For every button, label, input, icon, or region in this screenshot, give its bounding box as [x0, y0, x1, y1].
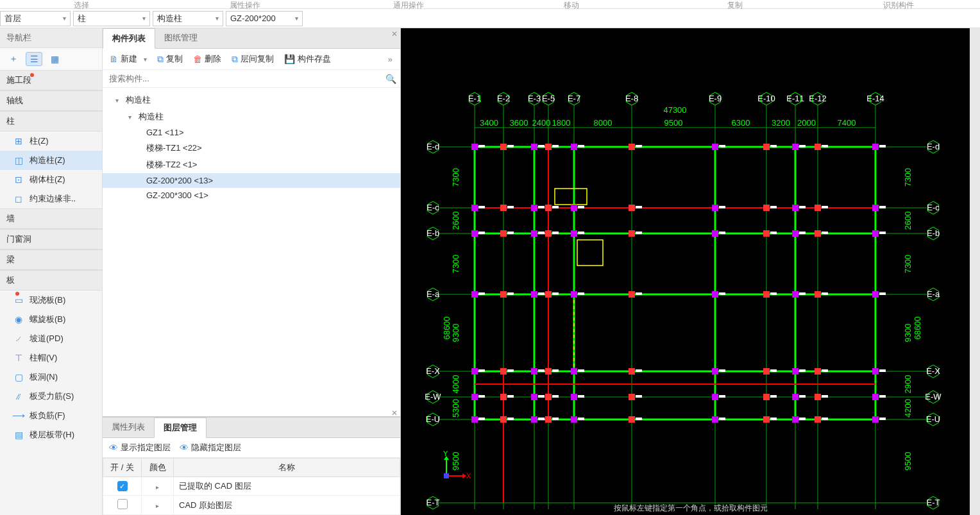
slab-icon: ⟶ [13, 410, 24, 421]
caret-right-icon[interactable]: ▸ [156, 502, 159, 509]
tree-group[interactable]: ▾构造柱 [103, 108, 400, 125]
more-button[interactable]: » [384, 53, 396, 65]
svg-rect-163 [471, 230, 478, 237]
menu-item[interactable]: 移动 [490, 0, 654, 8]
type-dropdown[interactable]: 构造柱▾ [153, 11, 223, 26]
svg-rect-206 [879, 292, 886, 295]
svg-rect-161 [872, 205, 879, 211]
cat-construction[interactable]: 施工段 [0, 70, 102, 90]
tab-attributes[interactable]: 属性列表 [103, 418, 154, 437]
component-tabs: 构件列表 图纸管理 ✕ [103, 28, 400, 49]
sidebar-item-slab[interactable]: ⟋坡道(PD) [0, 329, 102, 348]
checkbox[interactable]: ✓ [117, 481, 128, 491]
cat-opening[interactable]: 门窗洞 [0, 229, 102, 249]
sidebar-item-slab[interactable]: ▭现浇板(B) [0, 291, 102, 310]
svg-text:E-10: E-10 [757, 94, 775, 103]
svg-text:9500: 9500 [664, 118, 683, 128]
svg-rect-172 [578, 232, 584, 234]
save-icon: 💾 [284, 54, 295, 64]
list-view-button[interactable]: ☰ [26, 52, 42, 66]
svg-rect-205 [872, 291, 879, 298]
svg-rect-219 [712, 368, 718, 375]
delete-button[interactable]: 🗑删除 [190, 51, 224, 67]
svg-rect-146 [538, 206, 545, 208]
cat-slab[interactable]: 板 [0, 270, 102, 291]
tab-drawing-manage[interactable]: 图纸管理 [155, 28, 207, 48]
menu-item[interactable]: 属性操作 [164, 0, 327, 8]
cat-beam[interactable]: 梁 [0, 249, 102, 270]
svg-rect-240 [636, 395, 642, 398]
svg-rect-192 [552, 292, 559, 295]
cad-viewport[interactable]: E-1E-2E-3E-5E-7E-8E-9E-10E-11E-12E-14473… [401, 28, 980, 515]
menu-item[interactable]: 选择 [0, 0, 164, 8]
menu-item[interactable]: 识别构件 [816, 0, 980, 8]
tab-component-list[interactable]: 构件列表 [103, 28, 155, 49]
svg-rect-151 [629, 205, 635, 211]
sidebar-item-column[interactable]: ⊡砌体柱(Z) [0, 170, 102, 189]
svg-rect-225 [815, 368, 821, 375]
layer-row[interactable]: ▸CAD 原始图层 [103, 496, 400, 515]
sidebar-item-slab[interactable]: ⫽板受力筋(S) [0, 387, 102, 406]
tree-item[interactable]: 楼梯-TZ2 <1> [103, 156, 400, 173]
svg-rect-147 [545, 205, 552, 211]
layer-row[interactable]: ✓▸已提取的 CAD 图层 [103, 477, 400, 496]
svg-text:9500: 9500 [903, 452, 913, 471]
tab-layers[interactable]: 图层管理 [154, 418, 207, 438]
sidebar-item-label: 螺旋板(B) [30, 314, 96, 325]
menu-item[interactable]: 复制 [654, 0, 817, 8]
tree-item[interactable]: GZ1 <11> [103, 125, 400, 140]
menu-item[interactable]: 通用操作 [326, 0, 490, 8]
svg-rect-145 [531, 205, 537, 211]
svg-rect-164 [478, 232, 485, 234]
nav-sidebar: 导航栏 ＋ ☰ ▦ 施工段 轴线 柱 ⊞柱(Z)◫构造柱(Z)⊡砌体柱(Z)◻约… [0, 28, 103, 515]
svg-rect-224 [799, 369, 806, 372]
svg-text:68600: 68600 [913, 316, 922, 339]
vertical-scrollbar[interactable] [970, 28, 980, 515]
svg-text:E-8: E-8 [625, 94, 638, 103]
search-icon[interactable]: 🔍 [385, 74, 396, 84]
svg-text:E-b: E-b [927, 228, 940, 238]
close-icon[interactable]: ✕ [391, 30, 398, 38]
sidebar-item-column[interactable]: ◫构造柱(Z) [0, 151, 102, 170]
add-view-button[interactable]: ＋ [5, 52, 22, 66]
tree-item[interactable]: 楼梯-TZ1 <22> [103, 140, 400, 156]
sidebar-item-slab[interactable]: ▤楼层板带(H) [0, 425, 102, 444]
svg-rect-175 [712, 230, 718, 237]
grid-view-button[interactable]: ▦ [46, 52, 63, 66]
show-layer-button[interactable]: 👁显示指定图层 [109, 442, 171, 453]
new-button[interactable]: 🗎新建▾ [106, 51, 149, 67]
close-icon[interactable]: ✕ [391, 409, 398, 418]
svg-rect-179 [792, 230, 798, 237]
svg-rect-130 [636, 145, 642, 148]
category-dropdown[interactable]: 柱▾ [73, 11, 150, 26]
svg-rect-136 [799, 145, 806, 148]
tree-item[interactable]: GZ-200*200 <13> [103, 173, 400, 188]
copy-button[interactable]: ⧉复制 [155, 51, 185, 67]
svg-rect-236 [552, 395, 559, 398]
chevron-down-icon: ▾ [144, 56, 147, 63]
sidebar-item-slab[interactable]: ⟶板负筋(F) [0, 406, 102, 425]
cat-axis[interactable]: 轴线 [0, 90, 102, 111]
sidebar-item-column[interactable]: ◻约束边缘非.. [0, 189, 102, 208]
tree-root[interactable]: ▾构造柱 [103, 92, 400, 108]
svg-rect-170 [552, 232, 559, 234]
sidebar-item-label: 现浇板(B) [30, 294, 96, 306]
instance-dropdown[interactable]: GZ-200*200▾ [226, 11, 303, 26]
cat-wall[interactable]: 墙 [0, 208, 102, 229]
sidebar-item-slab[interactable]: ◉螺旋板(B) [0, 310, 102, 329]
hide-layer-button[interactable]: 👁隐藏指定图层 [180, 442, 241, 453]
svg-rect-197 [712, 291, 718, 298]
cat-column[interactable]: 柱 [0, 111, 102, 131]
floor-copy-button[interactable]: ⧉层间复制 [229, 51, 276, 67]
save-button[interactable]: 💾构件存盘 [282, 51, 334, 67]
floor-dropdown[interactable]: 首层▾ [0, 11, 71, 26]
caret-right-icon[interactable]: ▸ [156, 484, 159, 491]
sidebar-item-slab[interactable]: ⊤柱帽(V) [0, 348, 102, 367]
search-input[interactable] [106, 71, 385, 86]
svg-rect-246 [799, 395, 806, 398]
sidebar-item-column[interactable]: ⊞柱(Z) [0, 131, 102, 151]
tree-item[interactable]: GZ-200*300 <1> [103, 188, 400, 203]
sidebar-item-slab[interactable]: ▢板洞(N) [0, 367, 102, 387]
checkbox[interactable] [117, 499, 128, 509]
svg-text:E-7: E-7 [568, 94, 580, 103]
